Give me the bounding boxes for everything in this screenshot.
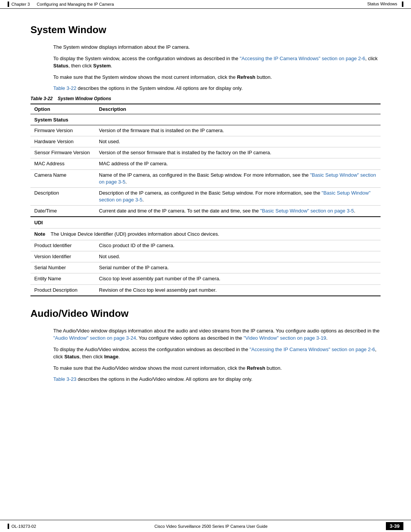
- table-caption-label: Table 3-22: [30, 96, 53, 101]
- table-323-link[interactable]: Table 3-23: [53, 376, 76, 382]
- desc-datetime: Current date and time of the IP camera. …: [95, 206, 381, 217]
- desc-serial-number: Serial number of the IP camera.: [95, 262, 381, 273]
- basic-setup-link-3[interactable]: "Basic Setup Window" section on page 3-5: [260, 208, 354, 214]
- desc-hardware-version: Not used.: [95, 136, 381, 147]
- table-322-caption: Table 3-22 System Window Options: [30, 96, 381, 101]
- basic-setup-link-2[interactable]: "Basic Setup Window" section on page 3-5: [99, 190, 371, 203]
- option-serial-number: Serial Number: [30, 262, 95, 273]
- option-sensor-firmware: Sensor Firmware Version: [30, 147, 95, 158]
- audio-video-para2: To display the Audio/Video window, acces…: [53, 346, 381, 361]
- option-camera-name: Camera Name: [30, 169, 95, 187]
- system-status-label: System Status: [30, 114, 381, 125]
- header-left: Chapter 3 Configuring and Managing the I…: [8, 2, 114, 7]
- header-chapter: Chapter 3: [11, 2, 30, 6]
- status-bold-2: Status: [64, 354, 80, 359]
- desc-product-desc: Revision of the Cisco top level assembly…: [95, 284, 381, 296]
- audio-video-para4: Table 3-23 describes the options in the …: [53, 375, 381, 383]
- table-row: Camera Name Name of the IP camera, as co…: [30, 169, 381, 187]
- accessing-ip-camera-link-1[interactable]: "Accessing the IP Camera Windows" sectio…: [240, 56, 365, 61]
- desc-firmware-version: Version of the firmware that is installe…: [95, 125, 381, 136]
- desc-sensor-firmware: Version of the sensor firmware that is i…: [95, 147, 381, 158]
- note-text: The Unique Device Identifier (UDI) provi…: [51, 231, 219, 237]
- table-row: Hardware Version Not used.: [30, 136, 381, 147]
- option-datetime: Date/Time: [30, 206, 95, 217]
- basic-setup-link-1[interactable]: "Basic Setup Window" section on page 3-5: [99, 172, 376, 185]
- table-322-link[interactable]: Table 3-22: [53, 85, 76, 91]
- system-window-table: Option Description System Status Firmwar…: [30, 104, 381, 296]
- video-window-link[interactable]: "Video Window" section on page 3-19: [244, 335, 326, 341]
- option-entity-name: Entity Name: [30, 273, 95, 284]
- option-description: Description: [30, 187, 95, 205]
- udi-label: UDI: [30, 217, 381, 228]
- table-row: Product Identifier Cisco product ID of t…: [30, 240, 381, 251]
- table-row: Date/Time Current date and time of the I…: [30, 206, 381, 217]
- audio-video-window-title: Audio/Video Window: [30, 308, 381, 320]
- refresh-bold-2: Refresh: [247, 365, 265, 371]
- option-firmware-version: Firmware Version: [30, 125, 95, 136]
- note-row: Note The Unique Device Identifier (UDI) …: [30, 228, 381, 240]
- footer-left: OL-19273-02: [8, 524, 36, 529]
- footer-right: 3-39: [386, 522, 403, 530]
- system-window-para1: The System window displays information a…: [53, 43, 381, 51]
- status-bold-1: Status: [53, 63, 68, 69]
- header-bar: Chapter 3 Configuring and Managing the I…: [0, 0, 411, 9]
- desc-entity-name: Cisco top level assembly part number of …: [95, 273, 381, 284]
- system-window-para2: To display the System window, access the…: [53, 55, 381, 70]
- table-row: Firmware Version Version of the firmware…: [30, 125, 381, 136]
- desc-camera-name: Name of the IP camera, as configured in …: [95, 169, 381, 187]
- table-row: MAC Address MAC address of the IP camera…: [30, 158, 381, 169]
- header-rule-icon: [8, 2, 9, 7]
- option-version-id: Version Identifier: [30, 251, 95, 262]
- col-option-header: Option: [30, 104, 95, 114]
- system-bold-1: System: [93, 63, 111, 69]
- footer-rule-icon: [8, 524, 9, 529]
- audio-video-para3: To make sure that the Audio/Video window…: [53, 364, 381, 372]
- desc-mac-address: MAC address of the IP camera.: [95, 158, 381, 169]
- note-label: Note: [34, 231, 45, 237]
- col-description-header: Description: [95, 104, 381, 114]
- system-window-title: System Window: [30, 24, 381, 36]
- header-rule-right-icon: [402, 2, 403, 7]
- main-content: System Window The System window displays…: [0, 9, 411, 410]
- note-content: Note The Unique Device Identifier (UDI) …: [30, 228, 381, 240]
- footer-center: Cisco Video Surveillance 2500 Series IP …: [155, 524, 268, 529]
- footer-bar: OL-19273-02 Cisco Video Surveillance 250…: [0, 520, 411, 532]
- header-chapter-title: Configuring and Managing the IP Camera: [37, 2, 114, 6]
- image-bold-1: Image: [104, 354, 119, 359]
- option-mac-address: MAC Address: [30, 158, 95, 169]
- system-window-para4: Table 3-22 describes the options in the …: [53, 85, 381, 92]
- desc-version-id: Not used.: [95, 251, 381, 262]
- option-hardware-version: Hardware Version: [30, 136, 95, 147]
- system-status-section-row: System Status: [30, 114, 381, 125]
- table-row: Sensor Firmware Version Version of the s…: [30, 147, 381, 158]
- footer-center-text: Cisco Video Surveillance 2500 Series IP …: [155, 524, 268, 529]
- accessing-ip-camera-link-2[interactable]: "Accessing the IP Camera Windows" sectio…: [250, 347, 375, 352]
- option-product-id: Product Identifier: [30, 240, 95, 251]
- header-section: Status Windows: [367, 2, 397, 6]
- refresh-bold-1: Refresh: [237, 74, 255, 80]
- desc-description: Description of the IP camera, as configu…: [95, 187, 381, 205]
- header-right: Status Windows: [367, 2, 403, 7]
- option-product-desc: Product Description: [30, 284, 95, 296]
- audio-video-para1: The Audio/Video window displays informat…: [53, 327, 381, 342]
- table-header-row: Option Description: [30, 104, 381, 114]
- page-number: 3-39: [386, 522, 403, 530]
- table-row: Entity Name Cisco top level assembly par…: [30, 273, 381, 284]
- table-row: Serial Number Serial number of the IP ca…: [30, 262, 381, 273]
- audio-window-link[interactable]: "Audio Window" section on page 3-24: [53, 335, 136, 341]
- system-window-para3: To make sure that the System window show…: [53, 73, 381, 81]
- table-row: Product Description Revision of the Cisc…: [30, 284, 381, 296]
- udi-section-row: UDI: [30, 217, 381, 228]
- table-caption-value: System Window Options: [58, 96, 112, 101]
- table-row: Description Description of the IP camera…: [30, 187, 381, 205]
- table-322-wrapper: Table 3-22 System Window Options Option …: [30, 96, 381, 296]
- desc-product-id: Cisco product ID of the IP camera.: [95, 240, 381, 251]
- footer-doc-number: OL-19273-02: [11, 524, 36, 529]
- table-row: Version Identifier Not used.: [30, 251, 381, 262]
- page-container: Chapter 3 Configuring and Managing the I…: [0, 0, 411, 532]
